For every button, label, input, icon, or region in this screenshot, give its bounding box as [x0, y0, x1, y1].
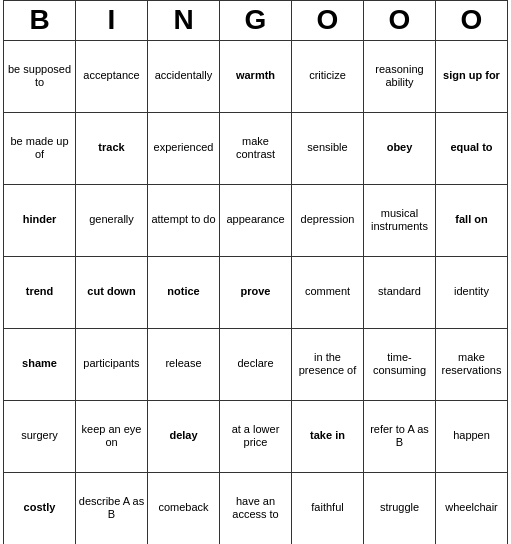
table-cell: appearance [220, 184, 292, 256]
bingo-body: be supposed toacceptanceaccidentallywarm… [4, 40, 508, 544]
table-cell: experienced [148, 112, 220, 184]
table-row: be made up oftrackexperiencedmake contra… [4, 112, 508, 184]
table-cell: depression [292, 184, 364, 256]
table-cell: make contrast [220, 112, 292, 184]
table-cell: equal to [436, 112, 508, 184]
table-cell: have an access to [220, 472, 292, 544]
header-cell: N [148, 0, 220, 40]
table-cell: faithful [292, 472, 364, 544]
header-cell: I [76, 0, 148, 40]
table-cell: comment [292, 256, 364, 328]
header-row: BINGOOO [4, 0, 508, 40]
table-row: surgerykeep an eye ondelayat a lower pri… [4, 400, 508, 472]
table-cell: standard [364, 256, 436, 328]
header-cell: B [4, 0, 76, 40]
table-cell: hinder [4, 184, 76, 256]
table-cell: at a lower price [220, 400, 292, 472]
table-cell: refer to A as B [364, 400, 436, 472]
table-cell: shame [4, 328, 76, 400]
table-cell: reasoning ability [364, 40, 436, 112]
table-cell: musical instruments [364, 184, 436, 256]
table-cell: criticize [292, 40, 364, 112]
bingo-card: BINGOOO be supposed toacceptanceaccident… [3, 0, 508, 544]
table-row: trendcut downnoticeprovecommentstandardi… [4, 256, 508, 328]
table-cell: time-consuming [364, 328, 436, 400]
table-cell: warmth [220, 40, 292, 112]
table-cell: be supposed to [4, 40, 76, 112]
table-cell: obey [364, 112, 436, 184]
table-cell: identity [436, 256, 508, 328]
table-cell: sign up for [436, 40, 508, 112]
header-cell: O [364, 0, 436, 40]
table-cell: track [76, 112, 148, 184]
header-cell: G [220, 0, 292, 40]
table-row: be supposed toacceptanceaccidentallywarm… [4, 40, 508, 112]
table-cell: fall on [436, 184, 508, 256]
table-row: hindergenerallyattempt to doappearancede… [4, 184, 508, 256]
header-cell: O [436, 0, 508, 40]
table-cell: prove [220, 256, 292, 328]
table-cell: comeback [148, 472, 220, 544]
table-cell: release [148, 328, 220, 400]
table-cell: take in [292, 400, 364, 472]
table-cell: happen [436, 400, 508, 472]
table-cell: in the presence of [292, 328, 364, 400]
table-cell: make reservations [436, 328, 508, 400]
table-cell: struggle [364, 472, 436, 544]
table-cell: costly [4, 472, 76, 544]
table-cell: keep an eye on [76, 400, 148, 472]
table-cell: cut down [76, 256, 148, 328]
table-cell: generally [76, 184, 148, 256]
table-cell: delay [148, 400, 220, 472]
table-cell: declare [220, 328, 292, 400]
table-row: costlydescribe A as Bcomebackhave an acc… [4, 472, 508, 544]
table-cell: wheelchair [436, 472, 508, 544]
table-cell: sensible [292, 112, 364, 184]
table-cell: be made up of [4, 112, 76, 184]
table-cell: trend [4, 256, 76, 328]
header-cell: O [292, 0, 364, 40]
table-cell: attempt to do [148, 184, 220, 256]
table-cell: describe A as B [76, 472, 148, 544]
table-cell: acceptance [76, 40, 148, 112]
table-cell: participants [76, 328, 148, 400]
table-cell: surgery [4, 400, 76, 472]
table-cell: accidentally [148, 40, 220, 112]
table-row: shameparticipantsreleasedeclarein the pr… [4, 328, 508, 400]
table-cell: notice [148, 256, 220, 328]
